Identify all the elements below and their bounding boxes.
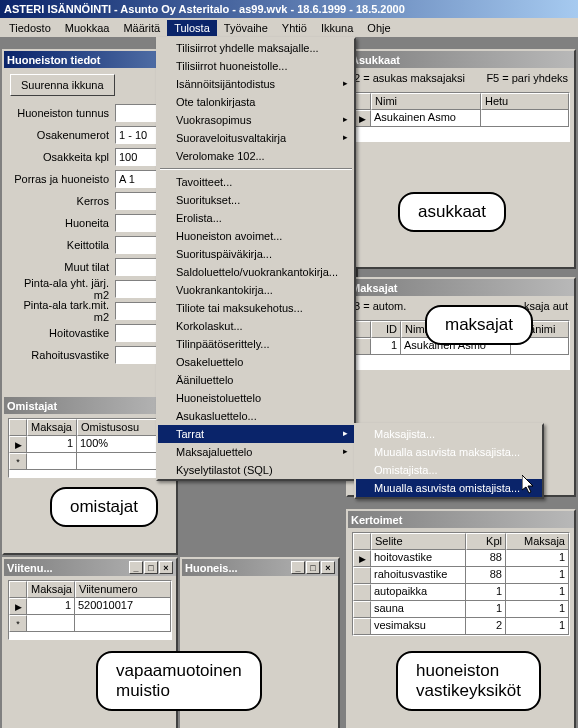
menu-item[interactable]: Suoritukset... <box>158 191 354 209</box>
menu-item[interactable]: Huoneiston avoimet... <box>158 227 354 245</box>
menu-item[interactable]: Verolomake 102... <box>158 147 354 165</box>
menu-muokkaa[interactable]: Muokkaa <box>58 20 117 36</box>
hint-text: 2 = asukas maksajaksi <box>354 72 465 84</box>
table-row[interactable]: vesimaksu21 <box>353 618 569 635</box>
menu-item[interactable]: Suoraveloitusvaltakirja <box>158 129 354 147</box>
menu-item[interactable]: Osakeluettelo <box>158 353 354 371</box>
table-row: ▶1520010017 <box>9 598 171 615</box>
hint-text: ksaja aut <box>524 300 568 312</box>
menu-item[interactable]: Tilisiirrot huoneistolle... <box>158 57 354 75</box>
menu-item[interactable]: Tilinpäätöserittely... <box>158 335 354 353</box>
menu-item[interactable]: TarratMaksajista...Muualla asuvista maks… <box>158 425 354 443</box>
menu-item[interactable]: Asukasluettelo... <box>158 407 354 425</box>
app-titlebar: ASTERI ISÄNNÖINTI - Asunto Oy Asteritalo… <box>0 0 578 18</box>
table-row[interactable]: sauna11 <box>353 601 569 618</box>
table-row: ▶Asukainen Asmo <box>353 110 569 127</box>
callout-kertoimet: huoneiston vastikeyksiköt <box>396 651 541 711</box>
win-asukkaat: Asukkaat 2 = asukas maksajaksi F5 = pari… <box>346 49 576 269</box>
win-omistajat: Omistajat MaksajaOmistusosu ▶1100% * <box>2 395 178 555</box>
minimize-button[interactable]: _ <box>291 561 305 574</box>
hint-text: 3 = autom. <box>354 300 406 312</box>
hint-text: F5 = pari yhdeks <box>486 72 568 84</box>
submenu-tarrat[interactable]: Maksajista...Muualla asuvista maksajista… <box>354 423 544 499</box>
menu-item[interactable]: Erolista... <box>158 209 354 227</box>
menu-item[interactable]: Isännöitsijäntodistus <box>158 75 354 93</box>
menu-item[interactable]: Tiliote tai maksukehotus... <box>158 299 354 317</box>
close-button[interactable]: × <box>159 561 173 574</box>
menu-item[interactable]: Muualla asuvista omistajista... <box>356 479 542 497</box>
menu-item[interactable]: Muualla asuvista maksajista... <box>356 443 542 461</box>
menu-item[interactable]: Maksajaluettelo <box>158 443 354 461</box>
minimize-button[interactable]: _ <box>129 561 143 574</box>
menu-item[interactable]: Suorituspäiväkirja... <box>158 245 354 263</box>
menu-item[interactable]: Huoneistoluettelo <box>158 389 354 407</box>
menu-item[interactable]: Saldoluettelo/vuokrankantokirja... <box>158 263 354 281</box>
maximize-button[interactable]: □ <box>144 561 158 574</box>
menu-tulosta[interactable]: Tulosta <box>167 20 217 36</box>
menu-item[interactable]: Vuokrankantokirja... <box>158 281 354 299</box>
callout-maksajat: maksajat <box>425 305 533 345</box>
callout-omistajat: omistajat <box>50 487 158 527</box>
menu-työvaihe[interactable]: Työvaihe <box>217 20 275 36</box>
menu-item[interactable]: Vuokrasopimus <box>158 111 354 129</box>
menu-item[interactable]: Kyselytilastot (SQL) <box>158 461 354 479</box>
menu-item[interactable]: Tavoitteet... <box>158 173 354 191</box>
table-row[interactable]: autopaikka11 <box>353 584 569 601</box>
menu-ikkuna[interactable]: Ikkuna <box>314 20 360 36</box>
menu-tulosta[interactable]: Tilisiirrot yhdelle maksajalle...Tilisii… <box>156 37 356 481</box>
win-title: Omistajat <box>4 397 176 414</box>
table-row: ▶1100% <box>9 436 171 453</box>
table-row: * <box>9 615 171 632</box>
table-row[interactable]: ▶hoitovastike881 <box>353 550 569 567</box>
suurenna-button[interactable]: Suurenna ikkuna <box>10 74 115 96</box>
menubar[interactable]: TiedostoMuokkaaMääritäTulostaTyövaiheYht… <box>0 18 578 37</box>
menu-item[interactable]: Omistajista... <box>356 461 542 479</box>
table-row[interactable]: rahoitusvastike881 <box>353 567 569 584</box>
menu-tiedosto[interactable]: Tiedosto <box>2 20 58 36</box>
callout-muistio: vapaamuotoinen muistio <box>96 651 262 711</box>
maximize-button[interactable]: □ <box>306 561 320 574</box>
menu-ohje[interactable]: Ohje <box>360 20 397 36</box>
table-row: * <box>9 453 171 470</box>
callout-asukkaat: asukkaat <box>398 192 506 232</box>
menu-item[interactable]: Ote talonkirjasta <box>158 93 354 111</box>
menu-item[interactable]: Maksajista... <box>356 425 542 443</box>
app-title: ASTERI ISÄNNÖINTI - Asunto Oy Asteritalo… <box>4 3 405 15</box>
menu-item[interactable]: Ääniluettelo <box>158 371 354 389</box>
menu-item[interactable]: Korkolaskut... <box>158 317 354 335</box>
menu-item[interactable]: Tilisiirrot yhdelle maksajalle... <box>158 39 354 57</box>
menu-yhtiö[interactable]: Yhtiö <box>275 20 314 36</box>
close-button[interactable]: × <box>321 561 335 574</box>
mdi-area: Huoneiston tiedot Suurenna ikkuna Huonei… <box>0 37 578 728</box>
menu-määritä[interactable]: Määritä <box>116 20 167 36</box>
